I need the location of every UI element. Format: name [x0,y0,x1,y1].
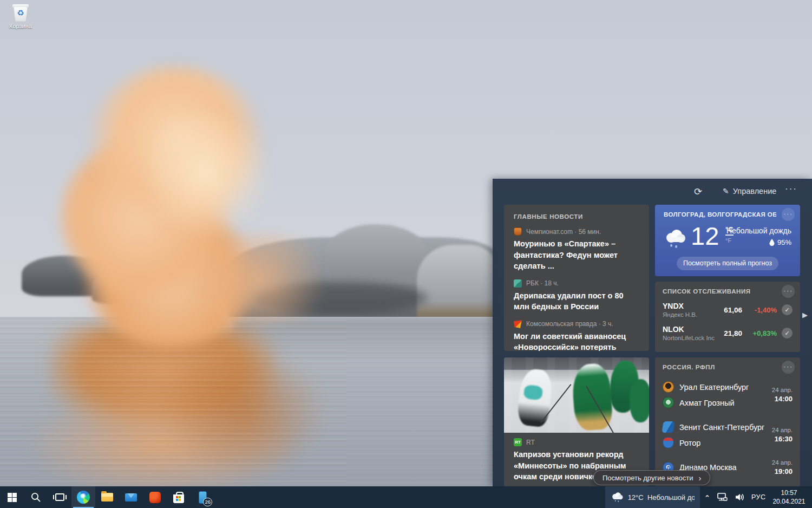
taskbar-clock[interactable]: 10:57 20.04.2021 [769,489,808,506]
weather-location: ВОЛГОГРАД, ВОЛГОГРАДСКАЯ ОБЛ... [664,211,776,218]
taskbar-weather-chip[interactable]: 12°C Небольшой до... [605,486,700,508]
story-card[interactable]: RT RT Капризов установил рекорд «Миннесо… [504,357,649,486]
watchlist-next-arrow[interactable]: ▶ [802,311,808,319]
match-date: 24 апр. [764,427,793,433]
action-center-button[interactable] [810,486,812,508]
refresh-button[interactable]: ⟳ [694,186,702,198]
recycle-symbol-icon: ♻ [12,8,29,18]
stock-watch-toggle[interactable]: ✓ [782,328,793,338]
your-phone-button[interactable]: 26 [191,486,214,508]
match-row[interactable]: Урал Екатеринбург Ахмат Грозный 24 апр. … [663,379,793,411]
wallpaper-rock [417,245,498,324]
manage-label: Управление [733,187,777,196]
team-name: Ахмат Грозный [679,399,735,407]
stock-change: +0,83% [748,329,777,337]
chevron-up-icon: ⌃ [704,494,710,502]
taskbar-weather-condition: Небольшой до... [647,493,695,502]
precipitation-value: 95% [777,238,791,246]
refresh-icon: ⟳ [694,186,702,198]
start-button[interactable] [0,486,24,508]
news-source-meta: RT [526,439,535,446]
panel-more-button[interactable]: ··· [785,184,797,194]
weather-temperature: 12 [691,221,719,251]
rain-cloud-icon [611,491,624,503]
watchlist-more-button[interactable]: ··· [782,285,795,298]
edge-browser-icon [77,491,90,504]
news-interests-panel: ⟳ ✎ Управление ··· ГЛАВНЫЕ НОВОСТИ Чемпи… [493,179,812,486]
team-name: Зенит Санкт-Петербург [679,423,764,432]
stock-row[interactable]: NLOK NortonLifeLock Inc 21,80 +0,83% ✓ [663,325,793,341]
news-headline: Дерипаска удалил пост о 80 млн бедных в … [514,290,639,312]
news-item[interactable]: Комсомольская правда · 3 ч. Мог ли совет… [514,320,639,351]
see-more-news-button[interactable]: Посмотреть другие новости › [593,470,710,485]
top-stories-card: ГЛАВНЫЕ НОВОСТИ Чемпионат.com · 56 мин. … [504,205,649,351]
edge-taskbar-button[interactable] [71,486,95,508]
taskbar-app-icons: 26 [0,486,214,508]
speaker-icon [734,492,745,502]
sports-title: РОССИЯ. РФПЛ [663,364,793,370]
stock-ticker: NLOK [663,325,722,334]
taskbar-weather-temp: 12°C [628,493,644,502]
news-item[interactable]: РБК · 18 ч. Дерипаска удалил пост о 80 м… [514,279,639,312]
stock-ticker: YNDX [663,302,722,310]
championat-source-icon [514,227,522,236]
match-time: 16:30 [764,435,793,443]
tray-overflow-button[interactable]: ⌃ [702,487,713,508]
recycle-bin-icon: ♻ [12,3,29,22]
weather-card[interactable]: ВОЛГОГРАД, ВОЛГОГРАДСКАЯ ОБЛ... ··· 12 °… [655,205,800,276]
rain-cloud-icon [664,229,686,249]
search-button[interactable] [24,486,48,508]
notification-badge: 26 [203,498,212,506]
stock-change: -1,40% [748,306,777,314]
volume-button[interactable] [731,486,748,508]
microsoft-store-button[interactable] [167,486,191,508]
pencil-icon: ✎ [723,187,729,196]
fahrenheit-toggle[interactable]: °F [725,237,734,244]
news-source-meta: Комсомольская правда · 3 ч. [526,320,613,328]
file-explorer-button[interactable] [95,486,119,508]
panel-header: ⟳ ✎ Управление ··· [493,179,812,204]
match-date: 24 апр. [764,387,793,393]
watchlist-title: СПИСОК ОТСЛЕЖИВАНИЯ [663,288,793,295]
stock-price: 21,80 [724,329,742,337]
office-button[interactable] [143,486,167,508]
windows-logo-icon [8,493,17,502]
akhmat-team-logo [663,397,674,408]
match-date: 24 апр. [764,459,793,466]
news-item[interactable]: Чемпионат.com · 56 мин. Моуринью в «Спар… [514,227,639,272]
match-row[interactable]: Зенит Санкт-Петербург Ротор 24 апр. 16:3… [663,419,793,451]
chevron-right-icon: › [698,473,701,483]
news-source-meta: РБК · 18 ч. [526,279,559,287]
recycle-bin-shortcut[interactable]: ♻ Корзина [4,3,37,29]
komsomolskaya-pravda-source-icon [514,320,522,328]
match-time: 19:00 [764,467,793,476]
search-icon [30,492,41,503]
hockey-player-green [630,379,649,422]
network-ethernet-icon [717,492,728,502]
sports-more-button[interactable]: ··· [782,361,795,374]
stock-row[interactable]: YNDX Яндекс Н.В. 61,06 -1,40% ✓ [663,302,793,318]
file-explorer-icon [101,493,113,502]
task-view-button[interactable] [48,486,71,508]
full-forecast-button[interactable]: Посмотреть полный прогноз [677,257,778,270]
stock-watch-toggle[interactable]: ✓ [782,304,793,315]
wallpaper-smoke-plume [179,233,341,325]
watchlist-card: СПИСОК ОТСЛЕЖИВАНИЯ ··· YNDX Яндекс Н.В.… [655,282,800,352]
network-button[interactable] [714,486,730,508]
weather-condition: Небольшой дождь [726,226,791,235]
desktop: ♻ Корзина ⟳ ✎ Управление ··· ГЛАВНЫЕ НОВ… [0,0,812,508]
match-time: 14:00 [764,395,793,403]
rbc-source-icon [514,279,522,288]
hockey-photo [504,357,649,433]
ellipsis-icon: ··· [783,362,793,370]
manage-button[interactable]: ✎ Управление [723,187,776,196]
news-headline: Мог ли советский авианосец «Новороссийск… [514,331,639,351]
mail-button[interactable] [119,486,143,508]
ural-team-logo [663,381,674,393]
mail-icon [125,493,137,502]
clock-time: 10:57 [772,489,805,497]
language-indicator[interactable]: РУС [749,486,769,508]
taskbar: 26 12°C Небольшой до... ⌃ [0,486,812,508]
ellipsis-icon: ··· [785,184,797,194]
weather-card-more-button[interactable]: ··· [782,208,795,221]
